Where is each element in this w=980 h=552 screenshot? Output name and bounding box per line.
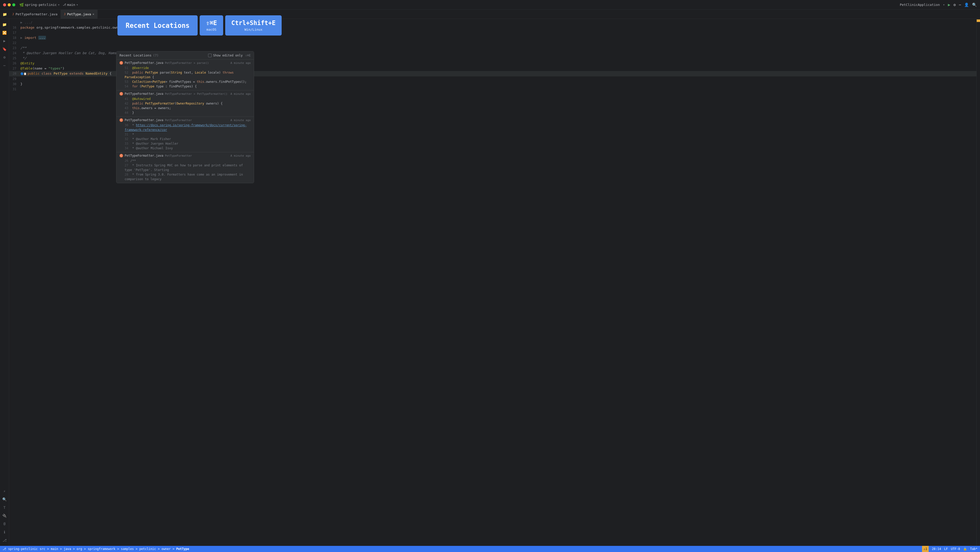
recent-locations-panel: Recent Locations (7) Show edited only ⇧⌘… — [116, 51, 254, 183]
sidebar-git-icon[interactable]: ⎇ — [1, 537, 8, 544]
status-path: src > main > java > org > springframewor… — [40, 547, 189, 551]
close-button[interactable] — [3, 3, 6, 6]
sidebar-database-icon[interactable]: 🛢 — [1, 520, 8, 528]
file-name-3: PetTypeFormatter.java — [125, 118, 164, 122]
java-file-icon: J — [12, 13, 14, 16]
item-2-time: A minute ago — [231, 92, 251, 96]
recent-item-4-header: C PetTypeFormatter.java PetTypeFormatter… — [116, 152, 254, 158]
tooltip-shortcut2-sub: Win/Linux — [244, 27, 262, 32]
tab-close-button[interactable]: ✕ — [93, 13, 94, 16]
recent-item-1[interactable]: C PetTypeFormatter.java PetTypeFormatter… — [116, 59, 254, 91]
tab-pettype[interactable]: J PetType.java ✕ — [61, 10, 97, 19]
sidebar-lightning-icon[interactable]: ⚡ — [1, 488, 8, 495]
item-3-time: A minute ago — [231, 118, 251, 122]
left-sidebar: 📁 🔀 ▶ 🔖 ⚙ ⋯ ⚡ 🔍 T 🔌 🛢 ℹ ⎇ — [0, 19, 9, 546]
tooltip-main-label: Recent Locations — [126, 22, 189, 29]
title-bar: 🌿 spring-petclinic ▾ ⎇ main ▾ PetClinicA… — [0, 0, 980, 10]
readonly-icon: 🔒 — [963, 547, 967, 551]
recent-item-2[interactable]: C PetTypeFormatter.java PetTypeFormatter… — [116, 91, 254, 117]
recent-item-3-file: C PetTypeFormatter.java PetTypeFormatter — [119, 118, 192, 122]
warning-gutter-indicator — [977, 19, 980, 22]
tooltip-overlay: Recent Locations ⇧⌘E macOS Ctrl+Shift+E … — [118, 15, 282, 35]
code-line-23: 23 /** — [9, 45, 977, 51]
file-icon-2: C — [119, 92, 123, 96]
warning-count: 1 — [925, 547, 927, 551]
tooltip-shortcut-macos: ⇧⌘E macOS — [200, 15, 223, 35]
item-1-time: A minute ago — [231, 61, 251, 65]
recent-item-3-code: 30 * https://docs.spring.io/spring-frame… — [116, 123, 254, 152]
recent-count: (7) — [153, 54, 159, 57]
traffic-lights — [3, 3, 15, 6]
sidebar-structure-icon[interactable]: ⚙ — [1, 54, 8, 61]
recent-panel-title: Recent Locations (7) — [119, 53, 159, 57]
recent-item-3-header: C PetTypeFormatter.java PetTypeFormatter… — [116, 117, 254, 123]
right-gutter — [977, 19, 980, 546]
recent-item-3[interactable]: C PetTypeFormatter.java PetTypeFormatter… — [116, 117, 254, 152]
minimize-button[interactable] — [8, 3, 11, 6]
recent-item-1-header: C PetTypeFormatter.java PetTypeFormatter… — [116, 59, 254, 65]
run-button[interactable]: ▶ — [948, 2, 950, 7]
file-icon-4: C — [119, 154, 123, 158]
show-edited-text: Show edited only — [213, 54, 243, 57]
sidebar-info-icon[interactable]: ℹ — [1, 528, 8, 536]
line-col-indicator[interactable]: 28:14 — [932, 547, 941, 551]
status-bar: ⎇ spring-petclinic src > main > java > o… — [0, 546, 980, 552]
file-tree-toggle[interactable]: 📁 — [3, 12, 7, 16]
sidebar-vcs-icon[interactable]: 🔀 — [1, 29, 8, 36]
encoding-indicator[interactable]: UTF-8 — [951, 547, 960, 551]
branch-name[interactable]: ⎇ main ▾ — [63, 3, 78, 6]
app-dropdown-icon: ▾ — [943, 3, 945, 6]
profile-icon[interactable]: 👤 — [964, 3, 969, 7]
show-edited-label[interactable]: Show edited only ⇧⌘E — [208, 54, 251, 57]
file-name-2: PetTypeFormatter.java — [125, 92, 164, 96]
show-edited-shortcut: ⇧⌘E — [245, 54, 251, 57]
project-icon: 🌿 — [19, 3, 24, 7]
sidebar-terminal-icon[interactable]: T — [1, 504, 8, 511]
project-dropdown-icon: ▾ — [58, 3, 60, 6]
warning-indicator[interactable]: ⚠ 1 — [922, 546, 929, 552]
recent-title-text: Recent Locations — [119, 53, 151, 57]
file-icon-3: C — [119, 118, 123, 122]
recent-item-4[interactable]: C PetTypeFormatter.java PetTypeFormatter… — [116, 152, 254, 183]
recent-item-4-code: 26/** 27 * Instructs Spring MVC on how t… — [116, 158, 254, 183]
status-left: ⎇ spring-petclinic src > main > java > o… — [3, 547, 189, 551]
file-path-3: PetTypeFormatter — [165, 118, 192, 122]
tooltip-shortcut1-sub: macOS — [207, 27, 216, 32]
branch-dropdown-icon: ▾ — [76, 3, 78, 6]
warning-icon: ⚠ — [924, 547, 925, 551]
title-bar-right: PetClinicApplication ▾ ▶ ⚙ ⋯ 👤 🔍 — [900, 2, 977, 7]
sidebar-bookmarks-icon[interactable]: 🔖 — [1, 45, 8, 53]
status-project[interactable]: spring-petclinic — [8, 547, 38, 551]
sidebar-run-icon[interactable]: ▶ — [1, 37, 8, 45]
recent-item-2-header: C PetTypeFormatter.java PetTypeFormatter… — [116, 91, 254, 96]
code-line-18: 18 ▶ import ... — [9, 35, 977, 40]
recent-item-4-file: C PetTypeFormatter.java PetTypeFormatter — [119, 154, 192, 158]
sidebar-project-icon[interactable]: 📁 — [1, 21, 8, 28]
recent-item-1-file: C PetTypeFormatter.java PetTypeFormatter… — [119, 61, 209, 65]
java-file-icon-2: J — [64, 13, 65, 16]
recent-panel-header: Recent Locations (7) Show edited only ⇧⌘… — [116, 51, 254, 59]
tab-indicator[interactable]: Tab* — [970, 547, 977, 551]
recent-item-1-code: 51 @Override 52 public PetType parse(Str… — [116, 65, 254, 90]
more-button[interactable]: ⋯ — [959, 3, 961, 7]
indent-indicator[interactable]: LF — [944, 547, 948, 551]
branch-icon: ⎇ — [63, 3, 66, 6]
maximize-button[interactable] — [12, 3, 15, 6]
app-name-label: PetClinicApplication — [900, 3, 940, 6]
tooltip-main: Recent Locations — [118, 15, 197, 35]
tooltip-shortcut2-label: Ctrl+Shift+E — [231, 19, 275, 27]
git-icon: ⎇ — [3, 547, 6, 551]
sidebar-plugins-icon[interactable]: 🔌 — [1, 512, 8, 519]
settings-button[interactable]: ⚙ — [953, 3, 956, 7]
project-name[interactable]: 🌿 spring-petclinic ▾ — [19, 3, 60, 7]
show-edited-checkbox[interactable] — [208, 54, 212, 57]
sidebar-more-icon[interactable]: ⋯ — [1, 62, 8, 69]
recent-item-2-file: C PetTypeFormatter.java PetTypeFormatter… — [119, 92, 228, 96]
file-icon-1: C — [119, 61, 123, 65]
recent-item-2-code: 41 @Autowired 42 public PetTypeFormatter… — [116, 96, 254, 116]
file-path-2: PetTypeFormatter > PetTypeFormatter() — [165, 92, 228, 96]
tab-pettype-formatter[interactable]: J PetTypeFormatter.java — [9, 10, 61, 19]
tooltip-shortcut-win: Ctrl+Shift+E Win/Linux — [225, 15, 282, 35]
sidebar-search-icon[interactable]: 🔍 — [1, 496, 8, 503]
search-icon[interactable]: 🔍 — [972, 3, 977, 7]
